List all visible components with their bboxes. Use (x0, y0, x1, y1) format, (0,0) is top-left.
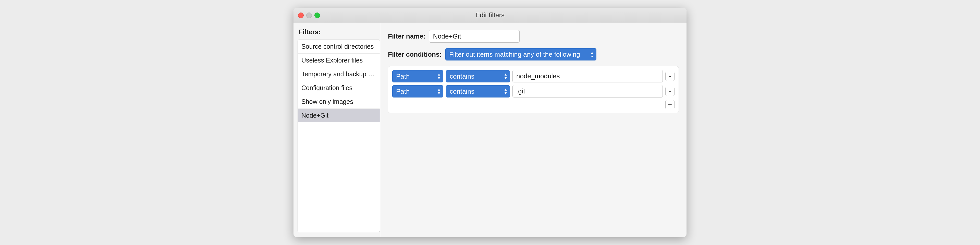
filter-item-config-files[interactable]: Configuration files (298, 81, 380, 95)
filter-name-row: Filter name: (388, 30, 679, 43)
filter-conditions-select[interactable]: Filter out items matching any of the fol… (445, 48, 597, 60)
filter-conditions-label: Filter conditions: (388, 51, 442, 59)
condition-value-input-2[interactable] (512, 85, 663, 97)
filter-item-temp-backup[interactable]: Temporary and backup fi... (298, 67, 380, 81)
field-select-container-1: PathNameExtensionSizeDate ▲▼ (392, 70, 443, 83)
field-select-container-2: PathNameExtensionSizeDate ▲▼ (392, 85, 443, 97)
minimize-button[interactable] (306, 13, 312, 18)
add-condition-button[interactable]: + (665, 100, 675, 109)
close-button[interactable] (298, 13, 304, 18)
right-panel: Filter name: Filter conditions: Filter o… (380, 23, 687, 237)
filter-list: Source control directories Useless Explo… (298, 40, 380, 232)
titlebar: Edit filters (293, 8, 687, 23)
remove-condition-button-2[interactable]: - (665, 87, 675, 96)
filter-item-show-images[interactable]: Show only images (298, 95, 380, 109)
filter-item-useless-explorer[interactable]: Useless Explorer files (298, 54, 380, 67)
add-button-row: + (392, 100, 675, 109)
traffic-lights (298, 13, 320, 18)
edit-filters-window: Edit filters Filters: Source control dir… (293, 8, 687, 237)
filter-item-source-control[interactable]: Source control directories (298, 40, 380, 54)
condition-row-2: PathNameExtensionSizeDate ▲▼ containsdoe… (392, 85, 675, 97)
operator-select-container-1: containsdoes not containisis notstarts w… (446, 70, 510, 83)
filter-name-label: Filter name: (388, 32, 425, 40)
filter-conditions-row: Filter conditions: Filter out items matc… (388, 48, 679, 60)
filter-conditions-select-container: Filter out items matching any of the fol… (445, 48, 597, 60)
remove-condition-button-1[interactable]: - (665, 72, 675, 81)
window-title: Edit filters (476, 11, 504, 19)
condition-row-1: PathNameExtensionSizeDate ▲▼ containsdoe… (392, 70, 675, 83)
filter-item-node-git[interactable]: Node+Git (298, 109, 380, 122)
conditions-grid: PathNameExtensionSizeDate ▲▼ containsdoe… (388, 66, 679, 113)
condition-value-input-1[interactable] (512, 70, 663, 83)
maximize-button[interactable] (314, 13, 320, 18)
main-content: Filters: Source control directories Usel… (293, 23, 687, 237)
field-select-1[interactable]: PathNameExtensionSizeDate (392, 70, 443, 83)
filter-name-input[interactable] (429, 30, 520, 43)
operator-select-2[interactable]: containsdoes not containisis notstarts w… (446, 85, 510, 97)
filters-label: Filters: (298, 28, 380, 36)
left-panel: Filters: Source control directories Usel… (293, 23, 380, 237)
operator-select-1[interactable]: containsdoes not containisis notstarts w… (446, 70, 510, 83)
field-select-2[interactable]: PathNameExtensionSizeDate (392, 85, 443, 97)
operator-select-container-2: containsdoes not containisis notstarts w… (446, 85, 510, 97)
